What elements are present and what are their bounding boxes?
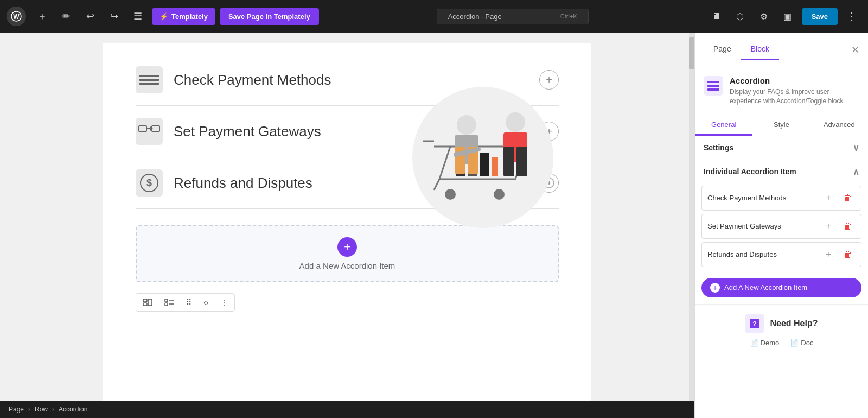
page-title: Accordion · Page (448, 12, 502, 21)
individual-chevron: ∧ (853, 167, 859, 177)
block-description: Display your FAQs & improve user experie… (730, 87, 859, 106)
save-button[interactable]: Save (802, 8, 838, 25)
help-section: ? Need Help? 📄 Demo 📄 Doc (695, 305, 868, 356)
templately-button[interactable]: ⚡ Templately (152, 8, 215, 25)
svg-rect-37 (707, 81, 719, 83)
individual-section: Individual Accordion Item ∧ Check Paymen… (695, 160, 868, 305)
redo-button[interactable]: ↪ (104, 7, 124, 26)
wp-logo[interactable]: W (7, 7, 26, 26)
breadcrumb-page[interactable]: Page (9, 406, 24, 413)
individual-label: Individual Accordion Item (704, 167, 796, 176)
svg-rect-13 (143, 299, 147, 302)
demo-icon: 📄 (750, 339, 758, 347)
sub-tab-general[interactable]: General (695, 115, 752, 136)
panel-close-button[interactable]: ✕ (851, 44, 859, 56)
scrollbar-track[interactable] (689, 33, 694, 418)
add-new-accordion-button[interactable]: + Add A New Accordion Item (701, 278, 861, 297)
breadcrumb-sep-2: › (52, 406, 54, 413)
svg-rect-27 (480, 153, 489, 176)
panel-row-add-3[interactable]: ＋ (821, 247, 836, 262)
breadcrumb-row[interactable]: Row (35, 406, 48, 413)
block-type-button[interactable] (137, 295, 158, 310)
drag-handle[interactable]: ⠿ (181, 295, 197, 310)
accordion-icon-3: $ (136, 169, 163, 197)
svg-rect-6 (152, 126, 159, 131)
breadcrumb-accordion[interactable]: Accordion (59, 406, 87, 413)
svg-rect-4 (139, 83, 159, 85)
svg-rect-16 (165, 299, 168, 302)
main-toolbar: W ＋ ✏ ↩ ↪ ☰ ⚡ Templately Save Page In Te… (0, 0, 868, 33)
block-accordion-icon (704, 76, 723, 96)
tab-block[interactable]: Block (741, 39, 779, 60)
keyboard-shortcut: Ctrl+K (560, 13, 577, 20)
code-editor-button[interactable]: ‹› (198, 295, 214, 310)
svg-rect-2 (139, 75, 159, 77)
toolbar-center: Accordion · Page Ctrl+K (323, 9, 702, 24)
right-panel: Page Block ✕ Accordion Display your FAQs… (694, 33, 868, 418)
svg-text:W: W (13, 13, 20, 21)
sidebar-toggle-button[interactable]: ▣ (778, 7, 797, 26)
block-info-text: Accordion Display your FAQs & improve us… (730, 76, 859, 106)
panel-row-add-1[interactable]: ＋ (821, 191, 836, 206)
sub-tab-style[interactable]: Style (752, 115, 810, 136)
add-accordion-label: Add a New Accordion Item (299, 261, 395, 270)
add-accordion-icon: + (337, 237, 357, 257)
panel-row-delete-1[interactable]: 🗑 (840, 191, 856, 206)
panel-row-label-2: Set Payment Gateways (707, 222, 816, 230)
panel-row-label-1: Check Payment Methods (707, 194, 816, 202)
svg-point-33 (506, 112, 525, 132)
edit-button[interactable]: ✏ (56, 7, 76, 26)
add-block-button[interactable]: ＋ (33, 7, 52, 26)
panel-row-add-2[interactable]: ＋ (821, 219, 836, 234)
help-icon: ? (745, 314, 764, 333)
undo-button[interactable]: ↩ (80, 7, 100, 26)
help-links: 📄 Demo 📄 Doc (750, 339, 814, 347)
scrollbar-thumb[interactable] (689, 37, 694, 69)
svg-rect-36 (516, 147, 527, 176)
accordion-icon-1 (136, 66, 163, 93)
svg-point-22 (445, 189, 456, 200)
demo-link[interactable]: 📄 Demo (750, 339, 780, 347)
sub-tab-advanced[interactable]: Advanced (810, 115, 868, 136)
panel-row-label-3: Refunds and Disputes (707, 250, 816, 258)
tab-page[interactable]: Page (704, 39, 741, 60)
save-page-button[interactable]: Save Page In Templately (220, 8, 319, 25)
settings-section: Settings ∨ (695, 136, 868, 160)
block-title: Accordion (730, 76, 859, 85)
panel-row-delete-3[interactable]: 🗑 (840, 247, 856, 262)
settings-label: Settings (704, 143, 733, 152)
panel-row-1: Check Payment Methods ＋ 🗑 (701, 186, 861, 211)
more-block-options[interactable]: ⋮ (215, 295, 233, 310)
panel-tab-group: Page Block (704, 39, 847, 60)
svg-rect-14 (143, 303, 147, 306)
accordion-list: Check Payment Methods ＋ 🗑 Set Payment Ga… (695, 183, 868, 274)
help-title: Need Help? (770, 319, 818, 328)
svg-point-29 (457, 115, 476, 135)
accordion-icon-2 (136, 118, 163, 145)
panel-row-delete-2[interactable]: 🗑 (840, 219, 856, 234)
add-new-icon: + (710, 283, 720, 293)
individual-section-header[interactable]: Individual Accordion Item ∧ (695, 160, 868, 183)
more-options-button[interactable]: ⋮ (842, 7, 861, 26)
svg-rect-15 (148, 299, 152, 306)
doc-icon: 📄 (790, 339, 799, 347)
sub-tab-group: General Style Advanced (695, 115, 868, 136)
panel-row-2: Set Payment Gateways ＋ 🗑 (701, 214, 861, 239)
add-new-label: Add A New Accordion Item (724, 283, 807, 292)
settings-section-header[interactable]: Settings ∨ (695, 136, 868, 160)
settings-button[interactable]: ⚙ (754, 7, 774, 26)
svg-rect-17 (165, 303, 168, 306)
templately-label: Templately (171, 12, 208, 21)
page-title-bar[interactable]: Accordion · Page Ctrl+K (437, 9, 589, 24)
svg-text:?: ? (753, 320, 757, 328)
panel-body: Accordion Display your FAQs & improve us… (695, 67, 868, 418)
block-icon-button[interactable] (159, 295, 180, 310)
desktop-view-button[interactable]: 🖥 (706, 7, 726, 26)
list-view-button[interactable]: ☰ (128, 7, 148, 26)
svg-rect-5 (139, 126, 146, 131)
illustration (374, 65, 580, 250)
external-link-button[interactable]: ⬡ (730, 7, 750, 26)
svg-rect-35 (503, 147, 514, 176)
svg-rect-39 (707, 88, 719, 91)
doc-link[interactable]: 📄 Doc (790, 339, 813, 347)
